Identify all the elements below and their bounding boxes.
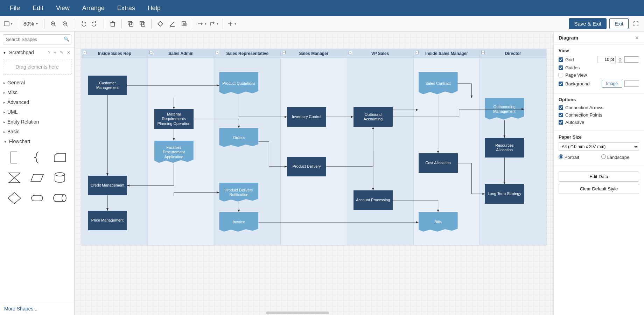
lane-collapse-icon[interactable]: − xyxy=(216,51,219,54)
category-basic[interactable]: ▸Basic xyxy=(0,127,74,136)
grid-step-up[interactable]: ▲ xyxy=(618,57,622,59)
diagram-node[interactable]: Price Management xyxy=(88,211,127,230)
lane-collapse-icon[interactable]: − xyxy=(282,51,286,54)
connection-style-button[interactable] xyxy=(197,19,206,28)
menu-view[interactable]: View xyxy=(50,1,76,15)
lane[interactable]: −Sales AdminMaterial Requirements Planni… xyxy=(148,49,215,245)
category-advanced[interactable]: ▸Advanced xyxy=(0,97,74,107)
diagram-node[interactable]: Inventory Control xyxy=(287,107,326,127)
diagram-node[interactable]: Product Delivery xyxy=(287,157,326,176)
scratchpad-add-icon[interactable]: + xyxy=(53,50,57,55)
undo-button[interactable] xyxy=(78,19,88,28)
shape-database[interactable] xyxy=(50,169,69,186)
more-shapes-link[interactable]: More Shapes... xyxy=(0,302,74,315)
menu-file[interactable]: File xyxy=(4,1,26,15)
background-image-button[interactable]: Image xyxy=(602,80,622,88)
diagram-node[interactable]: Sales Contract xyxy=(419,72,458,95)
swimlane-container[interactable]: −Inside Sales RepCustomer ManagementCred… xyxy=(82,49,546,245)
lane[interactable]: −Inside Sales ManagerSales ContractCost … xyxy=(414,49,480,245)
shadow-button[interactable] xyxy=(180,19,189,28)
grid-color-swatch[interactable] xyxy=(624,56,639,63)
diagram-node[interactable]: Product Quotations xyxy=(219,72,258,95)
lane[interactable]: −Inside Sales RepCustomer ManagementCred… xyxy=(82,49,148,245)
category-misc[interactable]: ▸Misc xyxy=(0,88,74,97)
lane[interactable]: −DirectorOutbounding ManagementResources… xyxy=(480,49,546,245)
paper-size-select[interactable]: A4 (210 mm x 297 mm) xyxy=(559,142,639,151)
scratchpad-close-icon[interactable]: ✕ xyxy=(66,50,71,55)
orientation-landscape[interactable]: Landscape xyxy=(601,154,639,160)
diagram-node[interactable]: Outbound Accounting xyxy=(354,107,393,127)
redo-button[interactable] xyxy=(90,19,99,28)
diagram-node[interactable]: Material Requirements Planning Operation xyxy=(154,109,194,129)
grid-size-input[interactable] xyxy=(597,56,616,63)
clear-style-button[interactable]: Clear Default Style xyxy=(559,184,639,194)
waypoint-style-button[interactable] xyxy=(209,19,218,28)
shape-direct-data[interactable] xyxy=(50,190,69,206)
shape-brace[interactable] xyxy=(28,149,47,166)
lane[interactable]: −VP SalesOutbound AccountingAccount Proc… xyxy=(347,49,414,245)
lane-collapse-icon[interactable]: − xyxy=(415,51,419,54)
menu-arrange[interactable]: Arrange xyxy=(76,1,111,15)
diagram-node[interactable]: Customer Management xyxy=(88,76,127,95)
category-uml[interactable]: ▸UML xyxy=(0,107,74,117)
diagram-node[interactable]: Account Processing xyxy=(354,190,393,210)
fullscreen-button[interactable] xyxy=(631,19,640,28)
insert-button[interactable] xyxy=(227,19,236,28)
zoom-level[interactable]: 80%▾ xyxy=(21,21,40,27)
diagram-node[interactable]: Cost Allocation xyxy=(419,153,458,173)
grid-checkbox[interactable] xyxy=(559,57,563,62)
save-exit-button[interactable]: Save & Exit xyxy=(569,18,607,29)
menu-extras[interactable]: Extras xyxy=(111,1,141,15)
background-color-swatch[interactable] xyxy=(624,80,639,87)
menu-help[interactable]: Help xyxy=(141,1,167,15)
zoom-in-button[interactable] xyxy=(49,19,58,28)
exit-button[interactable]: Exit xyxy=(609,18,629,29)
category-general[interactable]: ▸General xyxy=(0,78,74,88)
shape-data[interactable] xyxy=(28,169,47,186)
shape-decision[interactable] xyxy=(5,190,24,206)
lane-collapse-icon[interactable]: − xyxy=(481,51,485,54)
diagram-node[interactable]: Product Delivery Notification xyxy=(219,183,258,202)
orientation-portrait[interactable]: Portrait xyxy=(559,154,596,160)
search-input[interactable] xyxy=(3,34,71,44)
edit-data-button[interactable]: Edit Data xyxy=(559,172,639,182)
scratchpad-edit-icon[interactable]: ✎ xyxy=(59,50,64,55)
lane-collapse-icon[interactable]: − xyxy=(83,51,86,54)
scratchpad-help-icon[interactable]: ? xyxy=(47,50,51,55)
lane-collapse-icon[interactable]: − xyxy=(349,51,352,54)
diagram-node[interactable]: Orders xyxy=(219,128,258,148)
to-back-button[interactable] xyxy=(138,19,147,28)
scratchpad-dropzone[interactable]: Drag elements here xyxy=(3,59,71,75)
view-mode-button[interactable] xyxy=(4,19,13,28)
to-front-button[interactable] xyxy=(126,19,135,28)
diagram-node[interactable]: Resources Allocation xyxy=(485,138,524,158)
close-icon[interactable]: ✕ xyxy=(635,35,639,41)
autosave-checkbox[interactable] xyxy=(559,120,563,125)
category-flowchart[interactable]: ▼Flowchart xyxy=(0,136,74,146)
pageview-checkbox[interactable] xyxy=(559,73,563,77)
fill-color-button[interactable] xyxy=(156,19,165,28)
diagram-node[interactable]: Outbounding Management xyxy=(485,98,524,120)
diagram-node[interactable]: Long Term Strategy xyxy=(485,184,524,204)
horizontal-scrollbar[interactable] xyxy=(266,312,329,314)
scratchpad-header[interactable]: ▼ Scratchpad ? + ✎ ✕ xyxy=(0,48,74,57)
grid-step-down[interactable]: ▼ xyxy=(618,59,622,62)
diagram-node[interactable]: Bills xyxy=(419,212,458,232)
category-entity-relation[interactable]: ▸Entity Relation xyxy=(0,117,74,127)
lane[interactable]: −Sales RepresentativeProduct QuotationsO… xyxy=(214,49,281,245)
line-color-button[interactable] xyxy=(168,19,177,28)
diagram-node[interactable]: Facilities Procurement Application xyxy=(154,141,194,164)
diagram-node[interactable]: Credit Management xyxy=(88,176,127,195)
background-checkbox[interactable] xyxy=(559,82,563,86)
shape-terminator[interactable] xyxy=(28,190,47,206)
shape-card[interactable] xyxy=(50,149,69,166)
canvas[interactable]: ⋮ −Inside Sales RepCustomer ManagementCr… xyxy=(75,31,554,315)
guides-checkbox[interactable] xyxy=(559,65,563,70)
lane[interactable]: −Sales ManagerInventory ControlProduct D… xyxy=(281,49,347,245)
shape-collate[interactable] xyxy=(5,169,24,186)
zoom-out-button[interactable] xyxy=(61,19,70,28)
shape-annotation[interactable] xyxy=(5,149,24,166)
conn-arrows-checkbox[interactable] xyxy=(559,105,563,110)
conn-points-checkbox[interactable] xyxy=(559,113,563,117)
lane-collapse-icon[interactable]: − xyxy=(149,51,153,54)
